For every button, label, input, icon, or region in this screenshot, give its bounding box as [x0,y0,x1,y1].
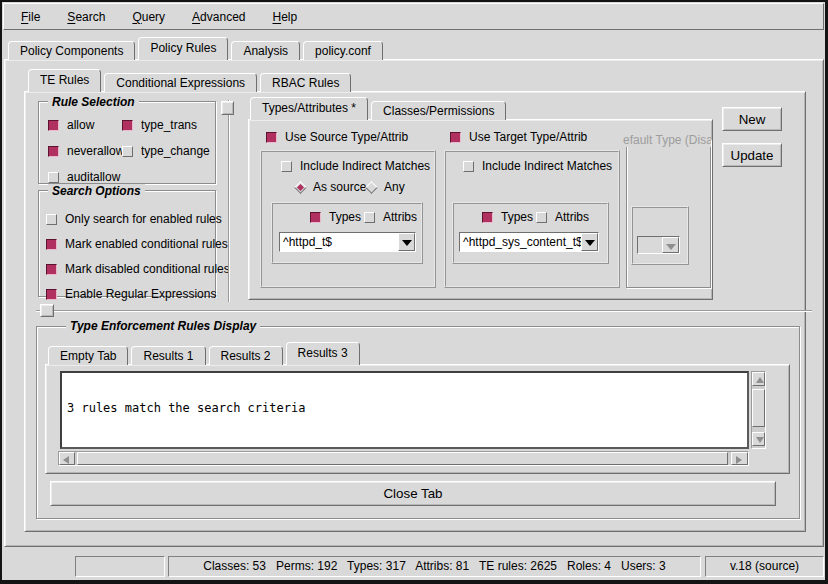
results-frame-title: Type Enforcement Rules Display [66,319,260,333]
rule-option-neverallow[interactable]: neverallow [48,144,122,158]
menu-file[interactable]: File [12,8,49,26]
source-attribs-checkbox[interactable]: Attribs [364,210,417,224]
new-button[interactable]: New [722,107,782,131]
rule-option-label: neverallow [67,144,124,158]
rule-option-type-trans[interactable]: type_trans [122,118,210,132]
vertical-sash[interactable] [228,100,230,302]
source-indirect-checkbox[interactable]: Include Indirect Matches [281,159,430,173]
source-attribs-label: Attribs [383,210,417,224]
use-source-checkbox[interactable]: Use Source Type/Attrib [266,130,408,144]
radio-icon[interactable] [294,181,307,194]
results-tab-empty-tab[interactable]: Empty Tab [48,346,128,365]
tab-analysis[interactable]: Analysis [231,41,300,60]
horizontal-sash-handle[interactable] [40,304,54,317]
checkbox-icon[interactable] [281,161,292,172]
sub-tabs: TE RulesConditional ExpressionsRBAC Rule… [28,69,354,92]
rule-option-label: allow [67,118,94,132]
default-type-label: efault Type (Disa [621,133,711,147]
checkbox-icon[interactable] [364,212,375,223]
target-attribs-checkbox[interactable]: Attribs [536,210,589,224]
rule-option-type-change[interactable]: type_change [122,144,210,158]
checkbox-icon[interactable] [266,132,277,143]
use-target-label: Use Target Type/Attrib [469,130,587,144]
results-hscrollbar[interactable] [58,451,749,466]
checkbox-icon[interactable] [46,214,57,225]
checkbox-icon[interactable] [310,212,321,223]
search-options-list: Only search for enabled rulesMark enable… [46,212,214,312]
vscroll-thumb[interactable] [752,389,765,427]
results-tab-results-2[interactable]: Results 2 [209,346,283,365]
checkbox-icon[interactable] [48,146,59,157]
results-vscrollbar[interactable] [751,371,766,449]
subtab-conditional-expressions[interactable]: Conditional Expressions [104,73,257,92]
arrow-left-icon [63,456,69,464]
arrow-up-icon [756,377,764,383]
hscroll-thumb[interactable] [77,452,728,465]
source-type-combobox[interactable]: ^httpd_t$ [279,232,416,252]
menu-search[interactable]: Search [58,8,114,26]
target-type-value[interactable]: ^httpd_sys_content_t$ [460,233,581,251]
checkbox-icon[interactable] [46,239,57,250]
use-target-checkbox[interactable]: Use Target Type/Attrib [450,130,587,144]
subtab-te-rules[interactable]: TE Rules [28,69,101,92]
search-option-mark-disabled-conditional-rules[interactable]: Mark disabled conditional rules [46,262,214,276]
source-type-value[interactable]: ^httpd_t$ [280,233,398,251]
results-tab-results-1[interactable]: Results 1 [131,346,205,365]
target-indirect-checkbox[interactable]: Include Indirect Matches [463,159,612,173]
checkbox-icon[interactable] [48,120,59,131]
dropdown-arrow-icon[interactable] [581,233,598,251]
rule-selection-title: Rule Selection [48,95,139,109]
checkbox-icon[interactable] [536,212,547,223]
search-option-label: Mark enabled conditional rules [65,237,228,251]
radio-icon[interactable] [365,181,378,194]
horizontal-sash[interactable] [36,310,812,312]
search-option-label: Mark disabled conditional rules [65,262,230,276]
menu-help[interactable]: Help [263,8,306,26]
tab-policy-conf[interactable]: policy.conf [303,41,383,60]
radio-any-label: Any [384,180,405,194]
rule-option-allow[interactable]: allow [48,118,122,132]
tab-policy-components[interactable]: Policy Components [8,41,135,60]
radio-as-source[interactable]: As source [296,180,366,194]
types-tab-classes-permissions[interactable]: Classes/Permissions [371,101,506,120]
search-option-mark-enabled-conditional-rules[interactable]: Mark enabled conditional rules [46,237,214,251]
search-option-label: Enable Regular Expressions [65,287,216,301]
results-tab-results-3[interactable]: Results 3 [286,342,360,365]
vertical-sash-handle[interactable] [221,101,234,115]
checkbox-icon[interactable] [450,132,461,143]
menu-query[interactable]: Query [123,8,174,26]
arrow-right-icon [736,456,742,464]
search-option-enable-regular-expressions[interactable]: Enable Regular Expressions [46,287,214,301]
checkbox-icon[interactable] [46,264,57,275]
rule-option-auditallow[interactable]: auditallow [48,170,122,184]
scroll-left-button[interactable] [59,452,75,465]
scroll-down-button[interactable] [752,432,765,446]
scroll-right-button[interactable] [731,452,748,465]
target-types-checkbox[interactable]: Types [482,210,533,224]
checkbox-icon[interactable] [122,146,133,157]
use-source-label: Use Source Type/Attrib [285,130,408,144]
scroll-up-button[interactable] [752,372,765,386]
dropdown-arrow-icon[interactable] [398,233,415,251]
rule-selection-options: allowtype_transneverallowtype_changeaudi… [48,118,208,184]
target-type-combobox[interactable]: ^httpd_sys_content_t$ [459,232,599,252]
target-attribs-label: Attribs [555,210,589,224]
status-version: v.18 (source) [705,556,824,577]
source-types-checkbox[interactable]: Types [310,210,361,224]
checkbox-icon[interactable] [46,289,57,300]
search-option-only-search-for-enabled-rules[interactable]: Only search for enabled rules [46,212,214,226]
tab-policy-rules[interactable]: Policy Rules [138,37,228,60]
results-summary: 3 rules match the search criteria [67,402,747,415]
menu-advanced[interactable]: Advanced [183,8,254,26]
close-tab-button[interactable]: Close Tab [50,481,776,506]
types-tab-types-attributes[interactable]: Types/Attributes * [250,97,368,120]
checkbox-icon[interactable] [48,172,59,183]
subtab-rbac-rules[interactable]: RBAC Rules [260,73,351,92]
checkbox-icon[interactable] [482,212,493,223]
update-button[interactable]: Update [722,143,782,167]
checkbox-icon[interactable] [122,120,133,131]
radio-any[interactable]: Any [367,180,405,194]
checkbox-icon[interactable] [463,161,474,172]
search-option-label: Only search for enabled rules [65,212,222,226]
results-textarea[interactable]: 3 rules match the search criteria (5822)… [60,371,749,449]
